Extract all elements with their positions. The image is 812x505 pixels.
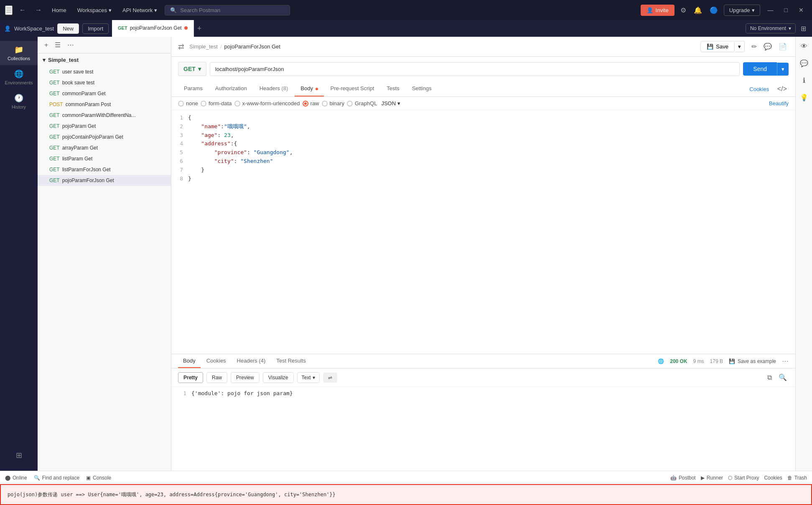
url-input[interactable]	[210, 62, 740, 76]
resp-format-raw[interactable]: Raw	[206, 372, 227, 383]
sidebar-item-history[interactable]: 🕐 History	[0, 89, 38, 114]
new-button[interactable]: New	[57, 23, 79, 34]
body-urlencoded-option[interactable]: x-www-form-urlencoded	[234, 100, 300, 107]
comment-icon[interactable]: 💬	[798, 58, 810, 69]
resp-tab-test-results[interactable]: Test Results	[271, 354, 311, 368]
list-item-selected[interactable]: GET pojoParamForJson Get	[38, 175, 171, 186]
list-item[interactable]: GET commonParam Get	[38, 88, 171, 99]
method-label: GET	[183, 66, 196, 72]
list-item[interactable]: GET arrayParam Get	[38, 142, 171, 153]
back-button[interactable]: ←	[17, 5, 28, 15]
add-tab-button[interactable]: +	[194, 24, 205, 33]
resp-tab-body[interactable]: Body	[178, 354, 201, 368]
online-status[interactable]: ⬤ Online	[5, 475, 27, 481]
tab-tests[interactable]: Tests	[381, 81, 405, 96]
find-replace-button[interactable]: 🔍 Find and replace	[34, 475, 79, 481]
settings-icon[interactable]: ⚙	[679, 5, 688, 16]
environment-layout-icon[interactable]: ⊞	[799, 23, 808, 34]
cookies-link[interactable]: Cookies	[749, 86, 769, 92]
resp-format-preview[interactable]: Preview	[231, 372, 260, 383]
collection-simple-test[interactable]: ▾ Simple_test	[38, 53, 171, 66]
sidebar-item-mock[interactable]: ⊞	[13, 447, 25, 464]
workspaces-menu[interactable]: Workspaces ▾	[74, 5, 115, 15]
save-dropdown-button[interactable]: ▾	[735, 41, 745, 52]
breadcrumb-collection[interactable]: Simple_test	[189, 43, 218, 50]
info-icon[interactable]: ℹ	[801, 75, 807, 86]
code-line-4: 4 "address":{	[171, 140, 795, 148]
method-selector[interactable]: GET ▾	[178, 62, 206, 76]
tab-pre-request-script[interactable]: Pre-request Script	[325, 81, 380, 96]
list-item[interactable]: POST commonParam Post	[38, 99, 171, 110]
api-network-menu[interactable]: API Network ▾	[119, 5, 160, 15]
list-item[interactable]: GET user save test	[38, 66, 171, 77]
body-form-data-option[interactable]: form-data	[201, 100, 232, 107]
json-type-selector[interactable]: JSON ▾	[381, 100, 400, 107]
sidebar-item-environments[interactable]: 🌐 Environments	[0, 65, 38, 89]
send-dropdown-button[interactable]: ▾	[777, 63, 789, 76]
postman-logo-icon[interactable]: 🔵	[708, 5, 720, 16]
filter-icon[interactable]: ☰	[53, 40, 62, 50]
trash-button[interactable]: 🗑 Trash	[787, 475, 807, 481]
resp-tab-headers[interactable]: Headers (4)	[232, 354, 271, 368]
workspace-name[interactable]: 👤 WorkSpace_test	[4, 25, 54, 32]
body-raw-option[interactable]: raw	[303, 100, 319, 107]
send-button[interactable]: Send	[743, 62, 777, 76]
lightbulb-icon[interactable]: 💡	[798, 92, 810, 103]
start-proxy-button[interactable]: ⬡ Start Proxy	[728, 475, 759, 481]
save-example-button[interactable]: 💾 Save as example	[729, 358, 776, 364]
list-item[interactable]: GET pojoParam Get	[38, 121, 171, 132]
list-item[interactable]: GET listParamForJson Get	[38, 164, 171, 175]
bell-icon[interactable]: 🔔	[692, 5, 704, 16]
list-item[interactable]: GET commonParamWithDifferentNa...	[38, 110, 171, 121]
resp-tab-cookies[interactable]: Cookies	[201, 354, 231, 368]
menu-icon[interactable]: ☰	[5, 5, 13, 15]
tab-params[interactable]: Params	[178, 81, 209, 96]
minimize-button[interactable]: —	[764, 5, 777, 15]
environment-quick-look-icon[interactable]: 👁	[799, 41, 809, 52]
import-button[interactable]: Import	[82, 23, 109, 34]
code-icon[interactable]: </>	[776, 84, 789, 94]
list-item[interactable]: GET book save test	[38, 77, 171, 88]
text-type-selector[interactable]: Text ▾	[297, 372, 320, 383]
tab-authorization[interactable]: Authorization	[209, 81, 253, 96]
body-binary-option[interactable]: binary	[322, 100, 344, 107]
sidebar-item-collections[interactable]: 📁 Collections	[0, 41, 38, 65]
body-graphql-option[interactable]: GraphQL	[347, 100, 377, 107]
postbot-button[interactable]: 🤖 Postbot	[670, 475, 696, 481]
console-button[interactable]: ▣ Console	[86, 475, 111, 481]
more-options-icon[interactable]: ⋯	[66, 40, 76, 50]
code-editor[interactable]: 1 { 2 "name":"哦哦哦", 3 "age": 23, 4 "addr…	[171, 110, 795, 354]
upgrade-button[interactable]: Upgrade ▾	[724, 5, 760, 16]
list-item[interactable]: GET listParam Get	[38, 153, 171, 164]
method-badge: POST	[49, 102, 63, 107]
save-button[interactable]: 💾 Save	[700, 41, 735, 52]
body-none-option[interactable]: none	[178, 100, 198, 107]
search-bar[interactable]: 🔍 Search Postman	[165, 5, 290, 15]
tab-settings[interactable]: Settings	[406, 81, 438, 96]
breadcrumb: Simple_test / pojoParamForJson Get	[189, 43, 695, 50]
environment-selector[interactable]: No Environment ▾	[746, 23, 796, 33]
document-icon[interactable]: 📄	[777, 41, 789, 52]
comment-icon[interactable]: 💬	[762, 41, 774, 52]
more-options-icon[interactable]: ⋯	[782, 357, 789, 365]
forward-button[interactable]: →	[33, 5, 44, 15]
invite-button[interactable]: 👤 Invite	[641, 5, 675, 16]
close-button[interactable]: ✕	[795, 5, 807, 15]
wrap-lines-button[interactable]: ⇌	[323, 373, 337, 383]
copy-icon[interactable]: ⧉	[766, 372, 774, 383]
resp-format-visualize[interactable]: Visualize	[263, 372, 294, 383]
resp-format-pretty[interactable]: Pretty	[178, 372, 203, 383]
sidebar-bottom: ⊞	[13, 447, 25, 471]
home-link[interactable]: Home	[48, 5, 70, 15]
add-collection-button[interactable]: +	[43, 41, 50, 50]
list-item[interactable]: GET pojoContainPojoParam Get	[38, 132, 171, 142]
maximize-button[interactable]: □	[781, 5, 791, 15]
beautify-button[interactable]: Beautify	[769, 100, 789, 107]
runner-button[interactable]: ▶ Runner	[701, 475, 723, 481]
tab-body[interactable]: Body	[295, 81, 323, 96]
edit-icon[interactable]: ✏	[750, 41, 759, 52]
request-tab[interactable]: GET pojoParamForJson Get	[112, 20, 194, 37]
cookies-bottom-button[interactable]: Cookies	[764, 475, 782, 481]
tab-headers[interactable]: Headers (8)	[254, 81, 294, 96]
search-icon[interactable]: 🔍	[777, 372, 789, 383]
